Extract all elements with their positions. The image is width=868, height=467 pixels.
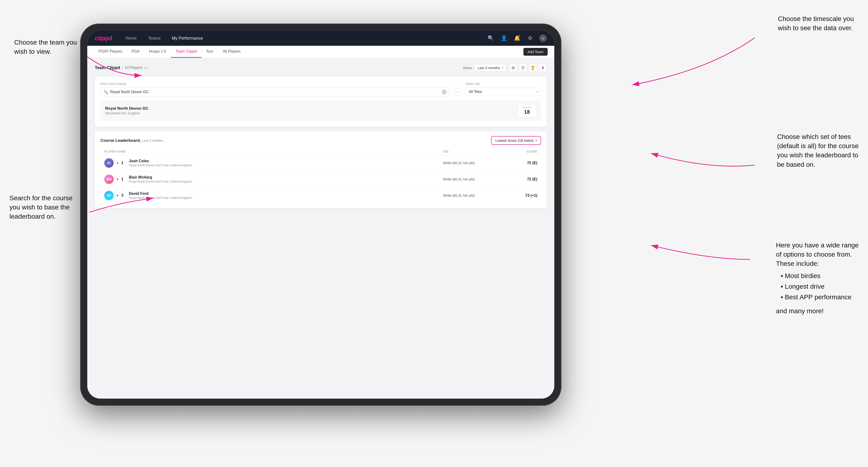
player-club: Royal North Devon Golf Club, United King… [129, 196, 192, 199]
team-title: Team Clippd [95, 65, 120, 70]
grid-view-button[interactable]: ⊞ [509, 64, 517, 72]
course-search-input-wrap: 🔍 Royal North Devon GC ✕ [100, 88, 450, 96]
player-details: Josh Coles Royal North Devon Golf Club, … [129, 159, 192, 167]
course-search-col: Find a Golf Course 🔍 Royal North Devon G… [100, 82, 461, 96]
player-name: Josh Coles [129, 159, 192, 163]
player-name: Blair McHarg [129, 175, 192, 180]
col-tee-header: TEE [443, 150, 509, 153]
nav-icons: 🔍 👤 🔔 ⚙ U [486, 34, 547, 42]
edit-icon[interactable]: ✏ [144, 66, 148, 70]
notification-icon[interactable]: 🔔 [513, 34, 521, 42]
annotation-middle-right: Choose which set of tees (default is all… [777, 132, 859, 169]
rank-number: 3 [121, 193, 126, 198]
rank-number: 1 [121, 161, 126, 165]
course-location: Westward Hol, England [105, 111, 148, 115]
footer-text: and many more! [776, 306, 859, 316]
bullet-3: • Best APP performance [781, 292, 859, 302]
col-player-header: PLAYER NAME [104, 150, 443, 153]
table-header: PLAYER NAME TEE SCORE [100, 149, 541, 155]
player-avatar: DF [104, 191, 114, 200]
show-label: Show: [463, 66, 473, 70]
player-avatar: JC [104, 158, 114, 168]
search-icon[interactable]: 🔍 [486, 34, 495, 42]
subnav-tour[interactable]: Tour [202, 46, 218, 58]
subnav-hcaps[interactable]: Hcaps 1-5 [144, 46, 171, 58]
tee-label: Select Tee [466, 82, 541, 86]
table-row[interactable]: JC ♥ 1 Josh Coles Royal North Devon Golf… [100, 155, 541, 171]
chevron-down-icon: ▾ [502, 66, 503, 69]
download-icon[interactable]: ⬇ [539, 64, 547, 72]
col-score-header: SCORE [509, 150, 537, 153]
tee-dropdown[interactable]: All Tees ▾ [466, 88, 541, 96]
subnav: PGAT Players PGA Hcaps 1-5 Team Clippd T… [87, 46, 554, 58]
nav-teams[interactable]: Teams [146, 35, 162, 42]
leaderboard-table: PLAYER NAME TEE SCORE JC ♥ 1 Josh Coles [100, 149, 541, 204]
player-tee: White (M) (6,744 yds) [443, 177, 509, 181]
subnav-pga[interactable]: PGA [127, 46, 144, 58]
team-header-row: Team Clippd | 14 Players ✏ Show: Last 3 … [95, 64, 547, 72]
search-panel: Find a Golf Course 🔍 Royal North Devon G… [95, 76, 547, 127]
course-name: Royal North Devon GC [105, 106, 148, 111]
nav-home[interactable]: Home [124, 35, 139, 42]
tablet-screen: clippd Home Teams My Performance 🔍 👤 🔔 ⚙… [87, 31, 554, 399]
team-count: 14 Players [125, 66, 143, 70]
profile-icon[interactable]: 👤 [500, 34, 508, 42]
app-logo: clippd [95, 35, 112, 42]
bullet-2: • Longest drive [781, 282, 859, 291]
search-icon-inner: 🔍 [103, 90, 108, 94]
course-result[interactable]: Royal North Devon GC Westward Hol, Engla… [100, 100, 541, 121]
table-row[interactable]: DF ♥ 3 David Ford Royal North Devon Golf… [100, 187, 541, 204]
view-icons: ⊞ ☰ 🏆 ⬇ [509, 64, 547, 72]
leaderboard-title: Course Leaderboard, [100, 138, 141, 143]
main-content: Team Clippd | 14 Players ✏ Show: Last 3 … [87, 58, 554, 399]
course-search-input[interactable]: Royal North Devon GC [110, 90, 440, 94]
heart-icon: ♥ [117, 194, 118, 197]
annotation-bottom-left: Search for the course you wish to base t… [9, 193, 73, 221]
find-course-label: Find a Golf Course [100, 82, 461, 86]
score-chevron-icon: ▾ [535, 139, 537, 142]
show-timescale-select[interactable]: Last 3 months ▾ [474, 64, 506, 71]
player-details: Blair McHarg Royal North Devon Golf Club… [129, 175, 192, 183]
player-info-left: BM ♥ 1 Blair McHarg Royal North Devon Go… [104, 175, 443, 184]
heart-icon: ♥ [117, 161, 118, 165]
settings-icon[interactable]: ⚙ [526, 34, 534, 42]
player-tee: White (M) (6,744 yds) [443, 194, 509, 197]
favourite-button[interactable]: ☆ [453, 88, 461, 96]
player-name: David Ford [129, 191, 192, 196]
tee-select-col: Select Tee All Tees ▾ [466, 82, 541, 96]
holes-label: Holes [523, 106, 531, 109]
player-avatar: BM [104, 175, 114, 184]
holes-number: 18 [523, 109, 531, 115]
player-score: 72 (E) [509, 177, 537, 181]
navbar: clippd Home Teams My Performance 🔍 👤 🔔 ⚙… [87, 31, 554, 46]
team-separator: | [122, 66, 123, 70]
subnav-pgat[interactable]: PGAT Players [94, 46, 127, 58]
player-info-left: DF ♥ 3 David Ford Royal North Devon Golf… [104, 191, 443, 200]
nav-my-performance[interactable]: My Performance [170, 35, 205, 42]
bullet-1: • Most birdies [781, 271, 859, 280]
user-avatar[interactable]: U [539, 34, 547, 42]
subnav-all-players[interactable]: All Players [218, 46, 246, 58]
annotation-top-right: Choose the timescale you wish to see the… [778, 14, 854, 33]
tablet-frame: clippd Home Teams My Performance 🔍 👤 🔔 ⚙… [80, 24, 561, 406]
annotation-top-left: Choose the team you wish to view. [14, 38, 77, 56]
score-type-label: Lowest Score (18 holes) [495, 138, 533, 143]
player-details: David Ford Royal North Devon Golf Club, … [129, 191, 192, 199]
player-club: Royal North Devon Golf Club, United King… [129, 180, 192, 183]
score-type-select-button[interactable]: Lowest Score (18 holes) ▾ [491, 136, 541, 145]
heart-icon: ♥ [117, 177, 118, 181]
trophy-icon[interactable]: 🏆 [529, 64, 537, 72]
leaderboard-subtitle: Last 3 months [142, 139, 163, 143]
course-info: Royal North Devon GC Westward Hol, Engla… [105, 106, 148, 115]
table-row[interactable]: BM ♥ 1 Blair McHarg Royal North Devon Go… [100, 171, 541, 187]
player-score: 72 (E) [509, 161, 537, 165]
annotation-bottom-right: Here you have a wide range of options to… [776, 241, 859, 316]
course-holes-box: Holes 18 [518, 104, 536, 117]
player-club: Royal North Devon Golf Club, United King… [129, 163, 192, 167]
list-view-button[interactable]: ☰ [519, 64, 527, 72]
subnav-team-clippd[interactable]: Team Clippd [171, 46, 202, 58]
search-clear-button[interactable]: ✕ [442, 90, 446, 94]
tee-chevron-icon: ▾ [536, 90, 538, 93]
leaderboard-panel: Course Leaderboard, Last 3 months Lowest… [95, 131, 547, 208]
add-team-button[interactable]: Add Team [523, 48, 548, 56]
